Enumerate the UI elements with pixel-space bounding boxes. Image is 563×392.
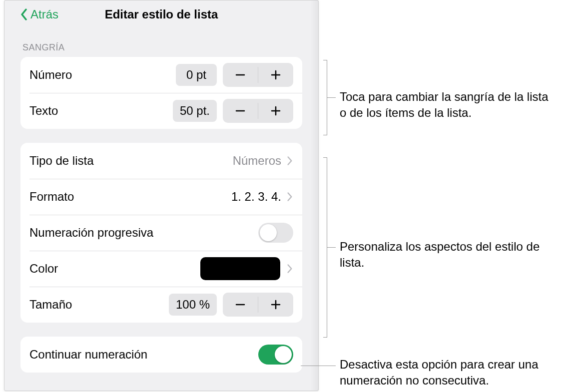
tamano-increment-button[interactable]	[258, 293, 293, 317]
row-numeracion-progresiva: Numeración progresiva	[20, 215, 302, 251]
numero-stepper	[223, 63, 293, 87]
edit-list-style-panel: Atrás Editar estilo de lista SANGRÍA Núm…	[4, 0, 319, 391]
chevron-right-icon	[286, 191, 293, 203]
chevron-left-icon	[19, 7, 28, 21]
continuar-label: Continuar numeración	[29, 348, 258, 362]
formato-label: Formato	[29, 190, 231, 204]
numero-value[interactable]: 0 pt	[176, 64, 217, 86]
tamano-stepper	[223, 293, 293, 317]
color-swatch	[200, 257, 280, 280]
numero-label: Número	[29, 68, 176, 82]
color-label: Color	[29, 262, 200, 276]
continuar-toggle[interactable]	[258, 345, 293, 365]
row-numero: Número 0 pt	[20, 57, 302, 93]
callout-leader	[327, 247, 336, 248]
row-formato[interactable]: Formato 1. 2. 3. 4.	[20, 179, 302, 215]
toggle-knob	[275, 346, 292, 363]
numero-decrement-button[interactable]	[223, 63, 258, 87]
formato-value: 1. 2. 3. 4.	[231, 190, 281, 204]
row-tipo-lista[interactable]: Tipo de lista Números	[20, 143, 302, 179]
prog-toggle[interactable]	[258, 223, 293, 243]
back-label: Atrás	[30, 7, 58, 21]
callout-leader	[327, 97, 336, 98]
callout-estilo: Personaliza los aspectos del estilo de l…	[340, 239, 550, 271]
callout-sangria: Toca para cambiar la sangría de la lista…	[340, 89, 555, 121]
continuar-card: Continuar numeración	[20, 337, 302, 373]
chevron-right-icon	[286, 155, 293, 167]
numero-increment-button[interactable]	[258, 63, 293, 87]
tipo-lista-value: Números	[233, 154, 281, 168]
panel-title: Editar estilo de lista	[105, 7, 218, 21]
row-continuar-numeracion: Continuar numeración	[20, 337, 302, 373]
texto-increment-button[interactable]	[258, 99, 293, 123]
prog-label: Numeración progresiva	[29, 226, 258, 240]
texto-decrement-button[interactable]	[223, 99, 258, 123]
tamano-decrement-button[interactable]	[223, 293, 258, 317]
panel-header: Atrás Editar estilo de lista	[13, 0, 309, 28]
back-button[interactable]: Atrás	[19, 0, 58, 28]
texto-label: Texto	[29, 104, 173, 118]
texto-value[interactable]: 50 pt.	[173, 100, 217, 122]
callout-continuar: Desactiva esta opción para crear una num…	[340, 357, 560, 389]
section-header-sangria: SANGRÍA	[13, 28, 309, 57]
toggle-knob	[260, 224, 277, 241]
tamano-label: Tamaño	[29, 298, 169, 312]
row-texto: Texto 50 pt.	[20, 93, 302, 129]
row-color[interactable]: Color	[20, 251, 302, 287]
estilo-card: Tipo de lista Números Formato 1. 2. 3. 4…	[20, 143, 302, 323]
sangria-card: Número 0 pt Texto 50 pt.	[20, 57, 302, 129]
tipo-lista-label: Tipo de lista	[29, 154, 233, 168]
callout-leader	[301, 366, 336, 366]
tamano-value[interactable]: 100 %	[169, 294, 217, 316]
chevron-right-icon	[286, 263, 293, 275]
texto-stepper	[223, 99, 293, 123]
row-tamano: Tamaño 100 %	[20, 287, 302, 323]
